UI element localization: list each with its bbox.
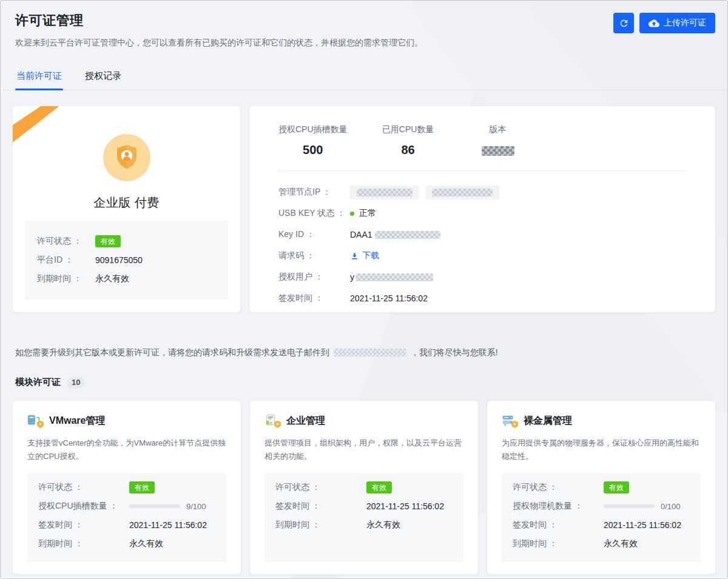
- module-issued-row: 签发时间 ： 2021-11-25 11:56:02: [38, 518, 215, 532]
- tab-bar: 当前许可证 授权记录: [1, 67, 727, 90]
- stat-cpu-used: 已用CPU数量 86: [379, 124, 437, 157]
- quota-progress-bar: [604, 504, 655, 508]
- module-issued-row: 签发时间 ： 2021-11-25 11:56:02: [275, 500, 453, 514]
- module-expire-label: 到期时间 ：: [275, 520, 366, 530]
- tab-current-license[interactable]: 当前许可证: [15, 67, 63, 90]
- ip-chip-masked-2: [425, 186, 499, 199]
- upload-license-button[interactable]: 上传许可证: [639, 13, 715, 33]
- key-id-row: Key ID ： DAA1: [278, 227, 686, 242]
- usb-key-status-value: 正常: [359, 208, 376, 219]
- status-badge: 有效: [129, 481, 155, 494]
- platform-id-row: 平台ID ： 9091675050: [37, 253, 216, 267]
- expire-time-value: 永久有效: [95, 273, 129, 284]
- licensed-user-prefix: y: [350, 272, 354, 282]
- module-section-header: 模块许可证 10: [15, 377, 713, 389]
- issued-time-value: 2021-11-25 11:56:02: [350, 293, 428, 303]
- issued-time-label: 签发时间 ：: [278, 293, 350, 304]
- license-status-label: 许可状态 ：: [37, 236, 95, 247]
- module-issued-row: 签发时间 ： 2021-11-25 11:56:02: [513, 518, 690, 532]
- upload-button-label: 上传许可证: [664, 18, 706, 28]
- page-header: 许可证管理 欢迎来到云平台许可证管理中心，您可以查看所有已购买的许可证和它们的状…: [13, 1, 715, 49]
- upgrade-notice: 如您需要升级到其它版本或更新许可证，请将您的请求码和升级需求发送电子邮件到 ，我…: [15, 347, 713, 358]
- edition-card: 企业版 付费 许可状态 ： 有效 平台ID ： 9091675050 到期时间 …: [13, 106, 240, 312]
- platform-id-value: 9091675050: [95, 255, 143, 265]
- module-issued-value: 2021-11-25 11:56:02: [129, 520, 207, 530]
- licensed-user-row: 授权用户 ： y: [278, 270, 686, 284]
- module-quota-row: 授权CPU插槽数量 ： 9/100: [38, 500, 215, 514]
- status-badge: 有效: [95, 235, 121, 247]
- stat-cpu-quota-value: 500: [278, 143, 348, 157]
- module-issued-value: 2021-11-25 11:56:02: [366, 501, 444, 511]
- refresh-icon: [619, 18, 629, 28]
- key-id-prefix: DAA1: [350, 230, 372, 239]
- ip-chip-masked: [350, 186, 419, 199]
- download-request-code-link[interactable]: 下载: [350, 250, 379, 261]
- module-issued-label: 签发时间 ：: [513, 520, 604, 530]
- quota-ratio: 9/100: [186, 502, 206, 511]
- module-status-label: 许可状态 ：: [275, 482, 366, 493]
- module-expire-row: 到期时间 ： 永久有效: [513, 537, 690, 551]
- request-code-row: 请求码 ： 下载: [278, 249, 686, 263]
- module-expire-value: 永久有效: [604, 538, 638, 549]
- licensed-user-label: 授权用户 ：: [278, 272, 350, 283]
- module-quota-label: 授权CPU插槽数量 ：: [38, 501, 129, 512]
- mgmt-ip-row: 管理节点IP ：: [278, 185, 686, 199]
- status-badge: 有效: [366, 481, 392, 494]
- module-title: 企业管理: [286, 415, 325, 427]
- module-status-label: 许可状态 ：: [513, 482, 604, 493]
- expire-time-label: 到期时间 ：: [37, 273, 95, 284]
- licensed-user-masked-value: [356, 273, 433, 281]
- refresh-button[interactable]: [613, 13, 634, 33]
- stat-version: 版本: [469, 124, 527, 157]
- stat-cpu-used-label: 已用CPU数量: [379, 124, 437, 135]
- page-subtitle: 欢迎来到云平台许可证管理中心，您可以查看所有已购买的许可证和它们的状态，并根据您…: [15, 38, 423, 49]
- module-expire-row: 到期时间 ： 永久有效: [38, 537, 215, 551]
- edition-info-box: 许可状态 ： 有效 平台ID ： 9091675050 到期时间 ： 永久有效: [25, 221, 228, 300]
- upgrade-notice-before: 如您需要升级到其它版本或更新许可证，请将您的请求码和升级需求发送电子邮件到: [15, 347, 329, 357]
- module-card-vmware: VMware管理 支持接管vCenter的全功能，为VMware的计算节点提供独…: [13, 401, 241, 574]
- stat-cpu-used-value: 86: [379, 143, 437, 157]
- baremetal-management-icon: [502, 414, 517, 429]
- download-icon: [350, 252, 359, 261]
- license-management-page: 许可证管理 欢迎来到云平台许可证管理中心，您可以查看所有已购买的许可证和它们的状…: [0, 0, 728, 579]
- contact-email-masked-value: [334, 349, 406, 356]
- quota-ratio: 0/100: [661, 502, 681, 511]
- stat-cpu-quota: 授权CPU插槽数量 500: [278, 124, 348, 157]
- module-description: 支持接管vCenter的全功能，为VMware的计算节点提供独立的CPU授权。: [27, 437, 226, 464]
- upload-cloud-icon: [649, 19, 659, 28]
- enterprise-management-icon: [265, 414, 280, 429]
- module-card-enterprise: 企业管理 提供管理项目，组织架构，用户，权限，以及云平台运营相关的功能。 许可状…: [250, 401, 478, 574]
- expire-time-row: 到期时间 ： 永久有效: [37, 272, 216, 286]
- module-quota-label: 授权物理机数量 ：: [513, 501, 604, 512]
- module-description: 提供管理项目，组织架构，用户，权限，以及云平台运营相关的功能。: [265, 437, 463, 464]
- issued-time-row: 签发时间 ： 2021-11-25 11:56:02: [278, 291, 686, 306]
- status-badge: 有效: [604, 481, 629, 494]
- module-title: 裸金属管理: [524, 415, 572, 427]
- key-id-label: Key ID ：: [278, 229, 350, 240]
- module-info-box: 许可状态 ： 有效 授权物理机数量 ： 0/100 签发时间 ： 2021-11…: [502, 473, 701, 562]
- edition-title: 企业版 付费: [13, 195, 240, 211]
- module-expire-label: 到期时间 ：: [38, 538, 129, 549]
- shield-user-icon: [115, 144, 139, 171]
- platform-id-label: 平台ID ：: [37, 255, 95, 266]
- module-expire-label: 到期时间 ：: [513, 538, 604, 549]
- module-issued-value: 2021-11-25 11:56:02: [604, 520, 681, 530]
- module-status-row: 许可状态 ： 有效: [275, 481, 453, 495]
- green-status-dot-icon: [350, 212, 354, 216]
- request-code-label: 请求码 ：: [278, 250, 350, 261]
- module-expire-row: 到期时间 ： 永久有效: [275, 518, 453, 532]
- module-card-baremetal: 裸金属管理 为应用提供专属的物理服务器，保证核心应用的高性能和稳定性。 许可状态…: [487, 401, 715, 574]
- tab-authorization-records[interactable]: 授权记录: [84, 67, 123, 90]
- page-title: 许可证管理: [15, 12, 423, 30]
- module-issued-label: 签发时间 ：: [38, 520, 129, 530]
- module-count-badge: 10: [67, 377, 85, 389]
- module-quota-row: 授权物理机数量 ： 0/100: [513, 500, 690, 514]
- module-expire-value: 永久有效: [129, 538, 163, 549]
- usb-key-status-label: USB KEY 状态 ：: [278, 208, 350, 219]
- corner-ribbon-icon: [13, 106, 61, 142]
- module-status-label: 许可状态 ：: [38, 482, 129, 493]
- stat-version-label: 版本: [469, 124, 527, 135]
- license-status-row: 许可状态 ： 有效: [37, 235, 216, 248]
- usb-key-status-row: USB KEY 状态 ： 正常: [278, 206, 686, 221]
- license-detail-card: 授权CPU插槽数量 500 已用CPU数量 86 版本 管理节点IP ：: [249, 106, 715, 312]
